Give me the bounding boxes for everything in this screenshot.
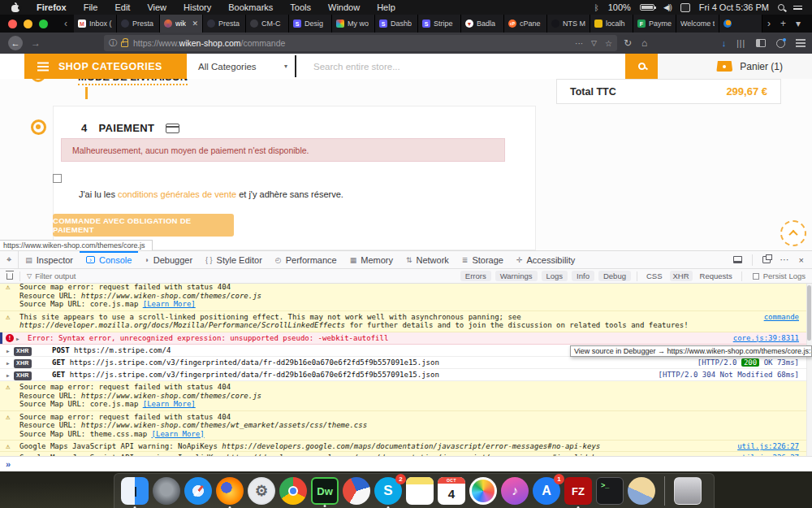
tab-inbox[interactable]: MInbox ( xyxy=(74,15,117,33)
menu-history[interactable]: History xyxy=(184,2,211,12)
dock-design-app-icon[interactable] xyxy=(343,477,370,505)
all-categories-select[interactable]: All Categories ▾ xyxy=(187,54,292,79)
dock-chrome-icon[interactable] xyxy=(279,477,307,505)
learn-more-link[interactable]: [Learn More] xyxy=(143,300,196,308)
persist-logs-checkbox[interactable] xyxy=(753,273,759,280)
dock-launchpad-icon[interactable] xyxy=(153,477,180,505)
tab-network[interactable]: ⇅Network xyxy=(400,251,456,268)
forward-button[interactable]: → xyxy=(31,37,41,49)
dock-terminal-icon[interactable]: >_ xyxy=(596,477,624,505)
menu-view[interactable]: View xyxy=(147,2,166,12)
learn-more-link[interactable]: [Learn More] xyxy=(152,430,205,438)
dock-dreamweaver-icon[interactable]: Dw xyxy=(311,477,339,505)
dock-music-icon[interactable]: ♪ xyxy=(501,477,529,505)
dock-trash-icon[interactable] xyxy=(674,477,702,505)
scroll-to-top-button[interactable] xyxy=(780,220,806,246)
tab-scroll-right[interactable]: › xyxy=(762,15,775,33)
console-row-xhr[interactable]: ▶ XHR GET https://js.stripe.com/v3/finge… xyxy=(0,369,812,381)
filter-info[interactable]: Info xyxy=(572,271,594,281)
source-link[interactable]: commande xyxy=(764,313,799,322)
pick-element-icon[interactable]: ⌖ xyxy=(0,251,19,268)
tab-inspector[interactable]: ▤Inspector xyxy=(19,251,80,268)
console-row[interactable]: ⚠ Source map error: request failed with … xyxy=(0,284,812,311)
tab-accessibility[interactable]: ✛Accessibility xyxy=(510,251,581,268)
dock-photos-icon[interactable] xyxy=(469,477,497,505)
tab-localhost[interactable]: localh xyxy=(590,15,633,33)
tab-design[interactable]: SDesig xyxy=(289,15,332,33)
tab-presta-1[interactable]: Presta xyxy=(117,15,160,33)
home-button[interactable]: ⌂ xyxy=(641,37,647,49)
firefox-account-icon[interactable] xyxy=(776,39,785,48)
filter-logs[interactable]: Logs xyxy=(542,271,568,281)
close-tab-icon[interactable]: ✕ xyxy=(192,20,198,28)
dock-to-bottom-icon[interactable] xyxy=(733,256,742,263)
clear-console-icon[interactable] xyxy=(6,273,13,280)
expand-arrow-icon[interactable]: ▶ xyxy=(16,335,19,344)
new-tab-button[interactable]: + xyxy=(775,15,791,33)
console-row[interactable]: ⚠ Source map error: request failed with … xyxy=(0,381,812,411)
terms-checkbox[interactable] xyxy=(53,174,62,183)
filter-requests[interactable]: Requests xyxy=(697,271,736,281)
menu-bar-clock[interactable]: Fri 4 Oct 5:36 PM xyxy=(699,2,769,12)
pocket-icon[interactable]: ▽ xyxy=(591,39,597,47)
input-source-icon[interactable] xyxy=(680,3,690,12)
separate-window-icon[interactable] xyxy=(762,256,771,263)
console-row-xhr[interactable]: ▶ XHR GET https://js.stripe.com/v3/finge… xyxy=(0,357,812,369)
page-actions-icon[interactable]: ··· xyxy=(575,39,583,48)
tab-my-work[interactable]: My wo xyxy=(332,15,375,33)
list-all-tabs-button[interactable]: ▾ xyxy=(791,15,806,33)
library-icon[interactable]: ||| xyxy=(736,39,745,48)
tab-scroll-left[interactable]: ‹ xyxy=(58,15,74,33)
place-order-button[interactable]: COMMANDE AVEC OBLIGATION DE PAIEMENT xyxy=(53,214,234,237)
menu-edit[interactable]: Edit xyxy=(114,2,130,12)
url-bar[interactable]: ⓘ https://www.wiken-shop.com/commande ··… xyxy=(104,35,617,51)
dock-firefox-icon[interactable] xyxy=(216,477,244,505)
insecure-lock-icon[interactable] xyxy=(121,41,128,47)
console-row[interactable]: ⚠ Source map error: request failed with … xyxy=(0,411,812,441)
console-row-error[interactable]: ! ▶ Error: Syntax error, unrecognized ex… xyxy=(0,332,812,345)
close-window-button[interactable] xyxy=(8,20,17,28)
tab-cm[interactable]: CM-C xyxy=(246,15,289,33)
tab-debugger[interactable]: ◗Debugger xyxy=(138,251,199,268)
menu-window[interactable]: Window xyxy=(328,2,360,12)
tab-wiken-active[interactable]: wik✕ xyxy=(160,15,203,33)
tab-performance[interactable]: ◴Performance xyxy=(269,251,343,268)
filter-output-input[interactable]: Filter output xyxy=(35,271,76,280)
sidebar-toggle-icon[interactable] xyxy=(756,39,766,47)
apple-menu-icon[interactable] xyxy=(11,3,19,12)
console-scrollbar[interactable] xyxy=(806,284,812,456)
console-row[interactable]: ⚠ This site appears to use a scroll-link… xyxy=(0,311,812,332)
cart-link[interactable]: Panier (1) xyxy=(658,54,812,79)
expand-arrow-icon[interactable]: ▶ xyxy=(6,347,10,356)
volume-icon[interactable]: ◀)) xyxy=(663,3,672,11)
menu-hamburger-icon[interactable] xyxy=(796,42,806,44)
terms-link[interactable]: conditions générales de vente xyxy=(118,189,236,199)
back-button[interactable]: ← xyxy=(8,36,23,50)
tab-storage[interactable]: ≣Storage xyxy=(456,251,510,268)
expand-arrow-icon[interactable]: ▶ xyxy=(6,371,10,380)
dock-finder-icon[interactable] xyxy=(121,477,149,505)
dock-filezilla-icon[interactable]: FZ xyxy=(564,477,592,505)
zoom-window-button[interactable] xyxy=(39,20,48,28)
dock-skype-icon[interactable]: S2 xyxy=(374,477,402,505)
filter-warnings[interactable]: Warnings xyxy=(495,271,538,281)
filter-xhr[interactable]: XHR xyxy=(670,271,693,281)
tab-console[interactable]: ›Console xyxy=(80,251,138,268)
devtools-close-icon[interactable]: × xyxy=(799,255,804,265)
dock-pictures-icon[interactable] xyxy=(628,477,655,505)
tab-nts[interactable]: NTS M xyxy=(547,15,590,33)
search-input[interactable]: Search entire store... xyxy=(299,54,625,79)
bluetooth-icon[interactable]: ᛒ xyxy=(594,3,599,12)
filter-errors[interactable]: Errors xyxy=(460,271,491,281)
dock-calendar-icon[interactable]: OCT4 xyxy=(438,477,465,505)
dock-safari-icon[interactable] xyxy=(184,477,212,505)
menu-firefox[interactable]: Firefox xyxy=(37,2,67,12)
expand-arrow-icon[interactable]: ▶ xyxy=(6,359,10,368)
tab-style-editor[interactable]: { }Style Editor xyxy=(199,251,269,268)
tab-welcome[interactable]: Welcome t xyxy=(676,15,719,33)
tab-payment[interactable]: FPayme xyxy=(633,15,676,33)
devtools-menu-icon[interactable]: ⋯ xyxy=(780,254,789,265)
menu-help[interactable]: Help xyxy=(377,2,395,12)
dock-notes-icon[interactable] xyxy=(406,477,434,505)
learn-more-link[interactable]: [Learn More] xyxy=(143,400,196,408)
